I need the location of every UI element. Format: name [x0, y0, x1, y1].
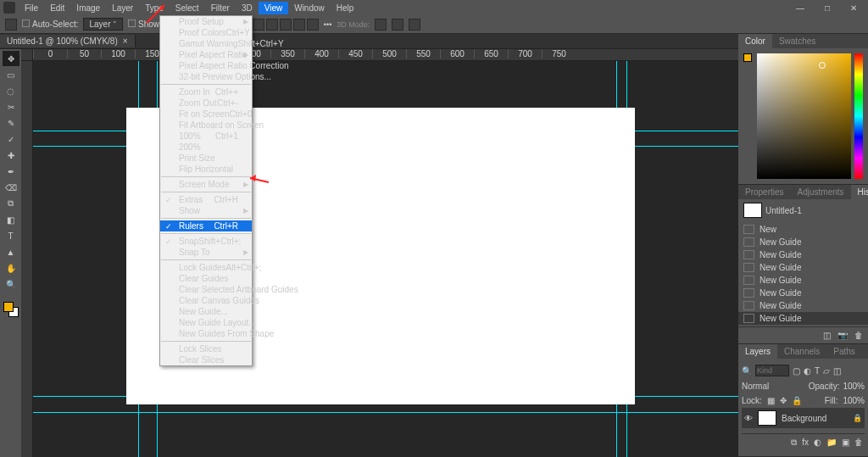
- document-tab[interactable]: Untitled-1 @ 100% (CMYK/8) ×: [0, 35, 136, 47]
- filter-pixel-icon[interactable]: ▢: [793, 366, 800, 376]
- menu-item-new-guide-layout-[interactable]: New Guide Layout...: [160, 317, 252, 328]
- menu-view[interactable]: View: [259, 2, 289, 14]
- history-state[interactable]: New: [738, 223, 868, 236]
- menu-item-flip-horizontal[interactable]: Flip Horizontal: [160, 164, 252, 175]
- ruler-origin[interactable]: [21, 49, 33, 61]
- history-snapshot-thumb[interactable]: [743, 203, 762, 218]
- menu-image[interactable]: Image: [70, 2, 106, 14]
- hand-tool[interactable]: ✋: [3, 260, 19, 276]
- layer-filter-input[interactable]: [755, 365, 789, 376]
- eraser-tool[interactable]: ⌫: [3, 180, 19, 195]
- menu-layer[interactable]: Layer: [106, 2, 139, 14]
- autoselect-checkbox[interactable]: [22, 20, 30, 27]
- 3d-icon[interactable]: [392, 19, 403, 31]
- minimize-icon[interactable]: —: [790, 2, 810, 14]
- tab-color[interactable]: Color: [738, 34, 772, 48]
- menu-item-clear-guides[interactable]: Clear Guides: [160, 273, 252, 284]
- menu-3d[interactable]: 3D: [236, 2, 259, 14]
- brush-tool[interactable]: ✚: [3, 148, 19, 163]
- path-tool[interactable]: ▲: [3, 244, 19, 259]
- menu-item-rulers[interactable]: ✓RulersCtrl+R: [160, 220, 252, 231]
- menu-window[interactable]: Window: [288, 2, 331, 14]
- history-state[interactable]: New Guide: [738, 274, 868, 287]
- align-icon[interactable]: [293, 19, 305, 31]
- layer-name[interactable]: Background: [782, 414, 826, 423]
- menu-item-100-[interactable]: 100%Ctrl+1: [160, 131, 252, 142]
- type-tool[interactable]: T: [3, 228, 19, 243]
- menu-item-pixel-aspect-ratio[interactable]: Pixel Aspect Ratio▶: [160, 49, 252, 60]
- filter-type-icon[interactable]: T: [815, 366, 820, 376]
- menu-item-lock-slices[interactable]: Lock Slices: [160, 343, 252, 354]
- ruler-horizontal[interactable]: 0501001502002503003504004505005506006507…: [33, 49, 738, 61]
- tab-channels[interactable]: Channels: [777, 344, 826, 359]
- tab-properties[interactable]: Properties: [738, 185, 791, 199]
- history-new-doc-icon[interactable]: ◫: [823, 331, 831, 340]
- history-state[interactable]: New Guide: [738, 236, 868, 248]
- layer-row[interactable]: 👁 Background 🔒: [742, 408, 865, 428]
- blend-mode-select[interactable]: Normal: [742, 382, 805, 391]
- tab-layers[interactable]: Layers: [738, 344, 777, 359]
- menu-item-proof-setup[interactable]: Proof Setup▶: [160, 16, 252, 27]
- move-tool[interactable]: ✥: [3, 51, 19, 66]
- lock-pixels-icon[interactable]: ▦: [767, 396, 775, 405]
- menu-filter[interactable]: Filter: [205, 2, 236, 14]
- menu-item-zoom-in[interactable]: Zoom InCtrl++: [160, 86, 252, 98]
- marquee-tool[interactable]: ▭: [3, 67, 19, 82]
- hue-slider[interactable]: [854, 53, 863, 179]
- visibility-icon[interactable]: 👁: [744, 414, 753, 423]
- filter-smart-icon[interactable]: ◫: [833, 366, 841, 376]
- zoom-tool[interactable]: 🔍: [3, 276, 19, 292]
- menu-item-200-[interactable]: 200%: [160, 142, 252, 153]
- filter-shape-icon[interactable]: ▱: [823, 366, 830, 376]
- align-icon[interactable]: [253, 19, 264, 31]
- new-group-icon[interactable]: 📁: [826, 437, 837, 448]
- gradient-tool[interactable]: ⧉: [3, 196, 19, 211]
- menu-type[interactable]: Type: [139, 2, 170, 14]
- tab-swatches[interactable]: Swatches: [772, 34, 822, 48]
- history-delete-icon[interactable]: 🗑: [854, 331, 863, 340]
- menu-item-lock-guides[interactable]: Lock GuidesAlt+Ctrl+;: [160, 262, 252, 273]
- lock-icon[interactable]: 🔒: [853, 414, 862, 422]
- show-transform-checkbox[interactable]: [128, 20, 136, 27]
- maximize-icon[interactable]: □: [819, 2, 836, 14]
- layer-fx-icon[interactable]: fx: [802, 437, 809, 448]
- eyedropper-tool[interactable]: ✎: [3, 115, 19, 131]
- link-layers-icon[interactable]: ⧉: [791, 437, 797, 448]
- canvas-viewport[interactable]: [33, 61, 738, 457]
- close-icon[interactable]: ✕: [844, 2, 863, 14]
- fg-bg-swatch[interactable]: [3, 302, 19, 317]
- menu-file[interactable]: File: [19, 2, 44, 14]
- history-state[interactable]: New Guide: [738, 261, 868, 274]
- document-tab-close-icon[interactable]: ×: [123, 36, 128, 46]
- active-color-swatch[interactable]: [743, 53, 752, 62]
- layer-mask-icon[interactable]: ◐: [814, 437, 821, 448]
- history-state[interactable]: New Guide: [738, 299, 868, 312]
- fill-input[interactable]: 100%: [843, 396, 865, 405]
- tab-history[interactable]: History: [851, 185, 868, 199]
- menu-item-new-guide-[interactable]: New Guide...: [160, 306, 252, 317]
- menu-item-snap[interactable]: ✓SnapShift+Ctrl+;: [160, 236, 252, 247]
- history-new-snapshot-icon[interactable]: 📷: [837, 331, 848, 340]
- ruler-vertical[interactable]: [21, 61, 33, 457]
- history-state[interactable]: New Guide: [738, 287, 868, 299]
- stamp-tool[interactable]: ✒: [3, 164, 19, 179]
- menu-item-snap-to[interactable]: Snap To▶: [160, 247, 252, 258]
- tab-adjustments[interactable]: Adjustments: [791, 185, 851, 199]
- opacity-input[interactable]: 100%: [843, 382, 865, 391]
- pen-tool[interactable]: ◧: [3, 212, 19, 227]
- menu-edit[interactable]: Edit: [44, 2, 70, 14]
- delete-layer-icon[interactable]: 🗑: [854, 437, 863, 448]
- align-icon[interactable]: [307, 19, 319, 31]
- menu-item-extras[interactable]: ✓ExtrasCtrl+H: [160, 194, 252, 205]
- lasso-tool[interactable]: ◌: [3, 83, 19, 98]
- color-field[interactable]: [757, 53, 851, 179]
- autoselect-target-select[interactable]: Layer ˅: [83, 18, 123, 31]
- healing-tool[interactable]: ✓: [3, 131, 19, 147]
- history-state[interactable]: New Guide: [738, 312, 868, 325]
- new-layer-icon[interactable]: ▣: [842, 437, 849, 448]
- menu-item-fit-on-screen[interactable]: Fit on ScreenCtrl+0: [160, 109, 252, 120]
- 3d-icon[interactable]: [409, 19, 420, 31]
- menu-select[interactable]: Select: [170, 2, 205, 14]
- menu-item-gamut-warning[interactable]: Gamut WarningShift+Ctrl+Y: [160, 38, 252, 49]
- filter-adj-icon[interactable]: ◐: [804, 366, 811, 376]
